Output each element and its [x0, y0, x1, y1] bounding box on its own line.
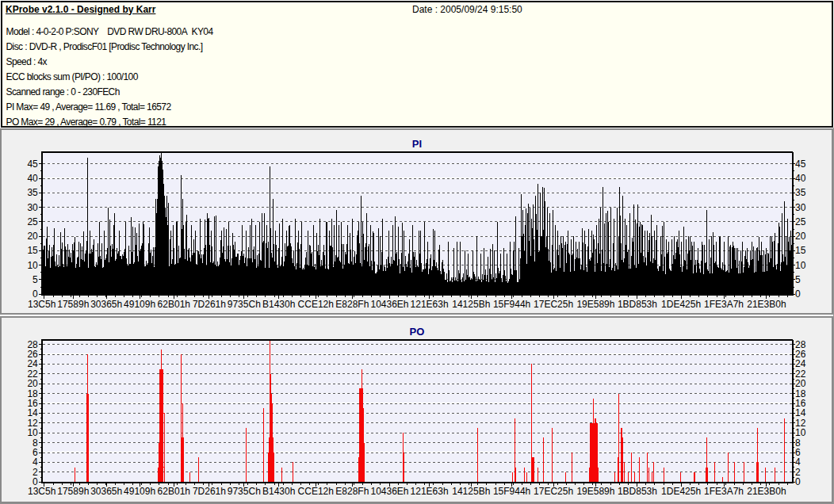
svg-text:17589h: 17589h: [57, 299, 89, 310]
svg-text:20: 20: [27, 378, 38, 389]
svg-text:10436Eh: 10436Eh: [370, 486, 408, 497]
svg-text:CCE12h: CCE12h: [298, 486, 334, 497]
svg-text:17EC25h: 17EC25h: [534, 299, 573, 310]
svg-text:PI: PI: [412, 138, 422, 150]
svg-text:121E63h: 121E63h: [411, 299, 449, 310]
svg-text:14: 14: [27, 407, 38, 418]
svg-text:62B01h: 62B01h: [158, 299, 190, 310]
svg-text:10436Eh: 10436Eh: [370, 299, 408, 310]
svg-text:1FE3A7h: 1FE3A7h: [704, 299, 744, 310]
svg-text:15F944h: 15F944h: [493, 299, 530, 310]
svg-text:30: 30: [27, 202, 38, 213]
svg-text:7D261h: 7D261h: [193, 486, 226, 497]
svg-text:22: 22: [795, 368, 806, 380]
svg-text:19E589h: 19E589h: [576, 486, 614, 497]
svg-text:6: 6: [795, 447, 801, 458]
svg-text:14125Bh: 14125Bh: [452, 486, 490, 497]
svg-text:18: 18: [795, 388, 806, 399]
svg-text:25: 25: [27, 216, 38, 227]
svg-text:49109h: 49109h: [124, 299, 155, 310]
svg-text:30: 30: [795, 202, 806, 213]
svg-text:13C5h: 13C5h: [28, 486, 55, 497]
svg-text:40: 40: [27, 173, 38, 184]
svg-text:30365h: 30365h: [90, 299, 122, 310]
svg-text:28: 28: [27, 339, 38, 350]
svg-text:17589h: 17589h: [57, 486, 89, 497]
svg-text:10: 10: [27, 260, 38, 271]
svg-text:16: 16: [795, 398, 806, 409]
svg-text:4: 4: [33, 456, 38, 468]
svg-text:21E3B0h: 21E3B0h: [747, 299, 786, 310]
svg-text:10: 10: [795, 260, 806, 271]
svg-text:12: 12: [795, 418, 806, 429]
svg-text:30365h: 30365h: [90, 486, 122, 497]
svg-text:19E589h: 19E589h: [576, 299, 614, 310]
svg-text:121E63h: 121E63h: [411, 486, 449, 497]
svg-text:B1430h: B1430h: [262, 486, 295, 497]
svg-text:17EC25h: 17EC25h: [534, 486, 573, 497]
svg-text:1FE3A7h: 1FE3A7h: [704, 486, 744, 497]
svg-text:26: 26: [795, 349, 806, 360]
svg-text:45: 45: [27, 158, 38, 170]
svg-text:22: 22: [27, 368, 38, 380]
svg-text:21E3B0h: 21E3B0h: [747, 486, 786, 497]
svg-text:40: 40: [795, 173, 806, 184]
svg-text:7D261h: 7D261h: [193, 299, 226, 310]
svg-text:49109h: 49109h: [124, 486, 155, 497]
svg-text:5: 5: [795, 274, 801, 285]
svg-text:18: 18: [27, 388, 38, 399]
svg-text:1BD853h: 1BD853h: [618, 486, 657, 497]
svg-text:28: 28: [795, 339, 806, 350]
svg-text:13C5h: 13C5h: [28, 299, 55, 310]
svg-text:PO: PO: [410, 326, 425, 338]
svg-text:20: 20: [27, 231, 38, 242]
svg-text:24: 24: [795, 358, 806, 369]
svg-text:12: 12: [27, 418, 38, 429]
svg-text:CCE12h: CCE12h: [298, 299, 334, 310]
svg-text:0: 0: [795, 288, 801, 300]
svg-text:8: 8: [795, 437, 801, 449]
svg-text:B1430h: B1430h: [262, 299, 295, 310]
svg-text:E828Fh: E828Fh: [335, 299, 369, 310]
svg-text:1DE425h: 1DE425h: [661, 486, 701, 497]
svg-text:E828Fh: E828Fh: [335, 486, 369, 497]
svg-text:15F944h: 15F944h: [493, 486, 530, 497]
svg-text:1DE425h: 1DE425h: [661, 299, 701, 310]
svg-text:20: 20: [795, 378, 806, 389]
svg-text:20: 20: [795, 231, 806, 242]
svg-text:10: 10: [27, 427, 38, 438]
svg-text:45: 45: [795, 158, 806, 170]
svg-text:2: 2: [33, 467, 38, 478]
svg-text:0: 0: [795, 476, 801, 487]
svg-text:35: 35: [795, 187, 806, 198]
svg-text:15: 15: [795, 245, 806, 256]
svg-text:5: 5: [33, 274, 38, 285]
svg-text:10: 10: [795, 427, 806, 438]
svg-text:62B01h: 62B01h: [158, 486, 190, 497]
svg-text:35: 35: [27, 187, 38, 198]
svg-text:1BD853h: 1BD853h: [618, 299, 657, 310]
svg-text:15: 15: [27, 245, 38, 256]
svg-text:25: 25: [795, 216, 806, 227]
svg-text:26: 26: [27, 349, 38, 360]
svg-text:24: 24: [27, 358, 38, 369]
svg-text:9735Ch: 9735Ch: [228, 486, 261, 497]
svg-text:16: 16: [27, 398, 38, 409]
svg-text:2: 2: [795, 467, 801, 478]
svg-text:4: 4: [795, 456, 801, 468]
svg-text:14: 14: [795, 407, 806, 418]
svg-text:8: 8: [33, 437, 38, 449]
svg-text:14125Bh: 14125Bh: [452, 299, 490, 310]
svg-text:9735Ch: 9735Ch: [228, 299, 261, 310]
svg-text:6: 6: [33, 447, 38, 458]
